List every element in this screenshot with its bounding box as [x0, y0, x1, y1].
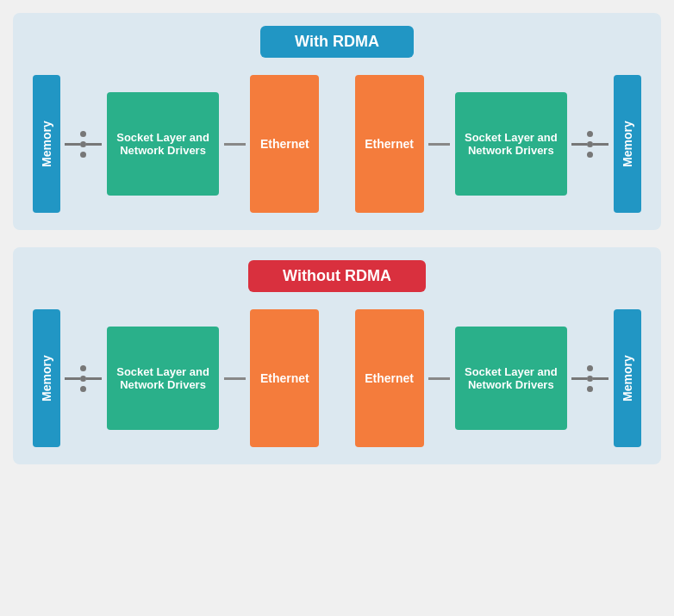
no-rdma-right-mem-connector [571, 365, 608, 392]
without-rdma-title: Without RDMA [248, 260, 426, 292]
right-mem-connector [571, 131, 608, 158]
no-rdma-right-socket-block: Socket Layer and Network Drivers [455, 327, 567, 430]
between-line-left [224, 143, 246, 146]
right-socket-block: Socket Layer and Network Drivers [455, 92, 567, 196]
right-socket-label: Socket Layer and Network Drivers [464, 131, 559, 157]
no-rdma-left-dots [80, 365, 86, 392]
rdot2 [587, 141, 593, 147]
no-rdma-rdot3 [587, 386, 593, 392]
with-rdma-title-text: With RDMA [295, 33, 379, 50]
no-rdma-between-line-right [428, 377, 450, 380]
rdot3 [587, 152, 593, 158]
rdot1 [587, 131, 593, 137]
right-between [428, 143, 450, 146]
right-memory-label: Memory [621, 121, 634, 167]
left-line1 [65, 143, 80, 146]
right-dots [587, 131, 593, 158]
left-between [224, 143, 246, 146]
no-rdma-left-mem-connector [65, 365, 102, 392]
no-rdma-right-dots [587, 365, 593, 392]
no-rdma-right-line2 [593, 377, 608, 380]
right-line2 [593, 143, 608, 146]
no-rdma-left-between [224, 377, 246, 380]
right-ethernet-label: Ethernet [365, 137, 414, 151]
without-rdma-diagram: Without RDMA Memory Socket Layer and Net… [13, 247, 661, 464]
no-rdma-between-line-left [224, 377, 246, 380]
no-rdma-left-ethernet-label: Ethernet [260, 371, 309, 385]
no-rdma-dot3 [80, 386, 86, 392]
no-rdma-rdot1 [587, 365, 593, 371]
no-rdma-right-ethernet-label: Ethernet [365, 371, 414, 385]
right-ethernet-block: Ethernet [355, 75, 424, 213]
dot3 [80, 152, 86, 158]
no-rdma-left-ethernet-block: Ethernet [250, 309, 319, 447]
right-line1 [571, 143, 587, 146]
no-rdma-dot2 [80, 376, 86, 382]
without-rdma-content: Memory Socket Layer and Network Drivers … [30, 309, 644, 447]
between-line-right [428, 143, 450, 146]
with-rdma-content: Memory Socket Layer and Network Drivers … [30, 75, 644, 213]
no-rdma-dot1 [80, 365, 86, 371]
left-ethernet-block: Ethernet [250, 75, 319, 213]
left-socket-block: Socket Layer and Network Drivers [107, 92, 219, 196]
no-rdma-rdot2 [587, 376, 593, 382]
dot1 [80, 131, 86, 137]
left-line2 [86, 143, 102, 146]
left-socket-label: Socket Layer and Network Drivers [115, 131, 210, 157]
no-rdma-right-memory-block: Memory [614, 309, 641, 447]
no-rdma-left-socket-block: Socket Layer and Network Drivers [107, 327, 219, 430]
without-rdma-title-text: Without RDMA [283, 267, 391, 284]
no-rdma-right-ethernet-block: Ethernet [355, 309, 424, 447]
no-rdma-left-line2 [86, 377, 102, 380]
left-dots [80, 131, 86, 158]
with-rdma-diagram: With RDMA Memory Socket Layer and Networ… [13, 13, 661, 230]
no-rdma-left-line1 [65, 377, 80, 380]
right-memory-block: Memory [614, 75, 641, 213]
no-rdma-right-socket-label: Socket Layer and Network Drivers [464, 365, 559, 391]
left-memory-label: Memory [40, 121, 53, 167]
left-memory-block: Memory [33, 75, 60, 213]
left-ethernet-label: Ethernet [260, 137, 309, 151]
no-rdma-left-memory-block: Memory [33, 309, 60, 447]
with-rdma-title: With RDMA [260, 26, 414, 58]
no-rdma-right-memory-label: Memory [621, 355, 634, 401]
dot2 [80, 141, 86, 147]
no-rdma-left-socket-label: Socket Layer and Network Drivers [115, 365, 210, 391]
no-rdma-right-line1 [571, 377, 587, 380]
no-rdma-right-between [428, 377, 450, 380]
left-mem-connector [65, 131, 102, 158]
no-rdma-left-memory-label: Memory [40, 355, 53, 401]
